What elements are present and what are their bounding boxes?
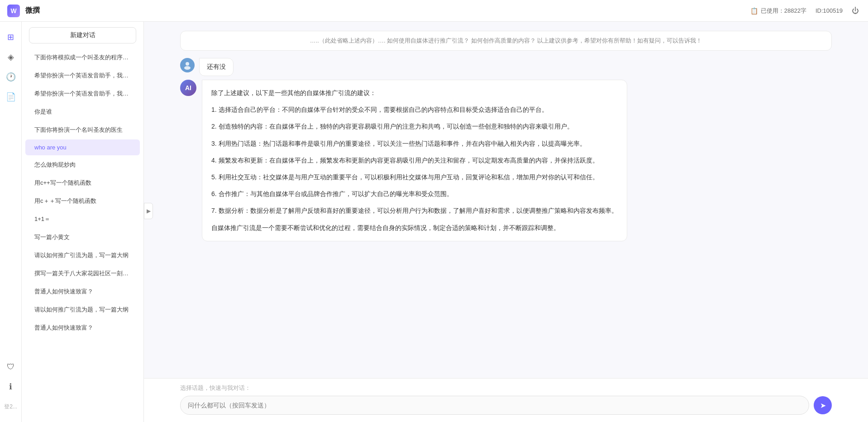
- input-row: ➤: [180, 396, 832, 415]
- sidebar-item-8[interactable]: 用c＋＋写一个随机函数: [25, 192, 140, 210]
- ai-message: AI 除了上述建议，以下是一些其他的自媒体推广引流的建议： 1. 选择适合自己的…: [180, 80, 832, 241]
- id-label: ID:100519: [816, 7, 843, 14]
- info-icon[interactable]: ℹ: [3, 379, 19, 395]
- sidebar-toggle[interactable]: ▶: [144, 203, 153, 219]
- usage-info: 📋 已使用：28822字: [750, 7, 806, 15]
- truncated-message: …..（此处省略上述内容）…. 如何使用自媒体进行推广引流？ 如何创作高质量的内…: [180, 31, 832, 51]
- chat-input[interactable]: [180, 396, 809, 415]
- sidebar-item-7[interactable]: 用c++写一个随机函数: [25, 174, 140, 192]
- ai-para-1: 1. 选择适合自己的平台：不同的自媒体平台针对的受众不同，需要根据自己的内容特点…: [211, 104, 618, 115]
- user-bubble: 还有没: [199, 58, 234, 76]
- topbar-left: W 微撰: [7, 5, 40, 17]
- home-icon[interactable]: ⊞: [3, 29, 19, 45]
- truncated-text: …..（此处省略上述内容）…. 如何使用自媒体进行推广引流？ 如何创作高质量的内…: [310, 37, 702, 44]
- topbar: W 微撰 📋 已使用：28822字 ID:100519 ⏻: [0, 0, 868, 22]
- sidebar-item-12[interactable]: 撰写一篇关于八大家花园社区一刻钟便民生...: [25, 265, 140, 282]
- icon-rail: ⊞ ◈ 🕐 📄 🛡 ℹ 登2...: [0, 22, 22, 422]
- topbar-right: 📋 已使用：28822字 ID:100519 ⏻: [750, 7, 859, 15]
- rail-bottom: 🛡 ℹ 登2...: [3, 359, 19, 415]
- svg-point-0: [186, 62, 189, 66]
- sidebar-item-9[interactable]: 1+1＝: [25, 211, 140, 228]
- sidebar-item-0[interactable]: 下面你将模拟成一个叫圣友的程序员，我说...: [25, 49, 140, 66]
- sidebar-item-3[interactable]: 你是谁: [25, 103, 140, 120]
- sidebar-item-2[interactable]: 希望你扮演一个英语发音助手，我提供给你...: [25, 85, 140, 102]
- usage-text: 已使用：28822字: [761, 7, 806, 15]
- ai-bubble: 除了上述建议，以下是一些其他的自媒体推广引流的建议： 1. 选择适合自己的平台：…: [202, 80, 627, 241]
- sidebar: 新建对话 下面你将模拟成一个叫圣友的程序员，我说... 希望你扮演一个英语发音助…: [22, 22, 144, 422]
- chat-area: …..（此处省略上述内容）…. 如何使用自媒体进行推广引流？ 如何创作高质量的内…: [144, 22, 868, 378]
- sidebar-item-4[interactable]: 下面你将扮演一个名叫圣友的医生: [25, 121, 140, 139]
- logo-icon: W: [7, 5, 20, 17]
- sidebar-item-1[interactable]: 希望你扮演一个英语发音助手，我提供给你...: [25, 67, 140, 84]
- svg-point-1: [184, 66, 191, 70]
- ai-para-4: 4. 频繁发布和更新：在自媒体平台上，频繁发布和更新的内容更容易吸引用户的关注和…: [211, 155, 618, 166]
- ai-avatar: AI: [180, 80, 196, 96]
- send-icon: ➤: [820, 401, 826, 410]
- shield-icon[interactable]: 🛡: [3, 359, 19, 375]
- sidebar-item-6[interactable]: 怎么做狗屁炒肉: [25, 156, 140, 173]
- new-chat-button[interactable]: 新建对话: [29, 27, 136, 43]
- ai-para-7: 7. 数据分析：数据分析是了解用户反馈和喜好的重要途径，可以分析用户行为和数据，…: [211, 205, 618, 216]
- sidebar-item-13[interactable]: 普通人如何快速致富？: [25, 283, 140, 300]
- document-icon[interactable]: 📄: [3, 89, 19, 105]
- ai-para-2: 2. 创造独特的内容：在自媒体平台上，独特的内容更容易吸引用户的注意力和共鸣，可…: [211, 121, 618, 132]
- app-title: 微撰: [25, 6, 40, 15]
- sidebar-item-11[interactable]: 请以如何推广引流为题，写一篇大纲: [25, 247, 140, 264]
- user-avatar: [180, 58, 195, 72]
- user-message-row: 还有没: [180, 58, 832, 76]
- package-icon[interactable]: ◈: [3, 49, 19, 65]
- sidebar-item-10[interactable]: 写一篇小黄文: [25, 229, 140, 246]
- bottom-area: 选择话题，快速与我对话： ➤: [144, 378, 868, 422]
- send-button[interactable]: ➤: [814, 396, 832, 414]
- quick-select-label: 选择话题，快速与我对话：: [180, 384, 832, 392]
- sidebar-item-14[interactable]: 请以如何推广引流为题，写一篇大纲: [25, 301, 140, 318]
- ai-para-8: 自媒体推广引流是一个需要不断尝试和优化的过程，需要结合自身的实际情况，制定合适的…: [211, 222, 618, 234]
- sidebar-item-15[interactable]: 普通人如何快速致富？: [25, 319, 140, 336]
- ai-para-6: 6. 合作推广：与其他自媒体平台或品牌合作推广，可以扩大自己的曝光率和受众范围。: [211, 188, 618, 200]
- sidebar-item-5[interactable]: who are you: [25, 139, 140, 155]
- ai-para-5: 5. 利用社交互动：社交媒体是与用户互动的重要平台，可以积极利用社交媒体与用户互…: [211, 172, 618, 183]
- power-button[interactable]: ⏻: [852, 7, 859, 15]
- ai-para-0: 除了上述建议，以下是一些其他的自媒体推广引流的建议：: [211, 87, 618, 99]
- user-message-text: 还有没: [207, 63, 226, 70]
- main-area: …..（此处省略上述内容）…. 如何使用自媒体进行推广引流？ 如何创作高质量的内…: [144, 22, 868, 422]
- user-icon[interactable]: 登2...: [3, 398, 19, 415]
- clock-icon[interactable]: 🕐: [3, 69, 19, 85]
- usage-icon: 📋: [750, 7, 758, 14]
- ai-para-3: 3. 利用热门话题：热门话题和事件是吸引用户的重要途径，可以关注一些热门话题和事…: [211, 138, 618, 149]
